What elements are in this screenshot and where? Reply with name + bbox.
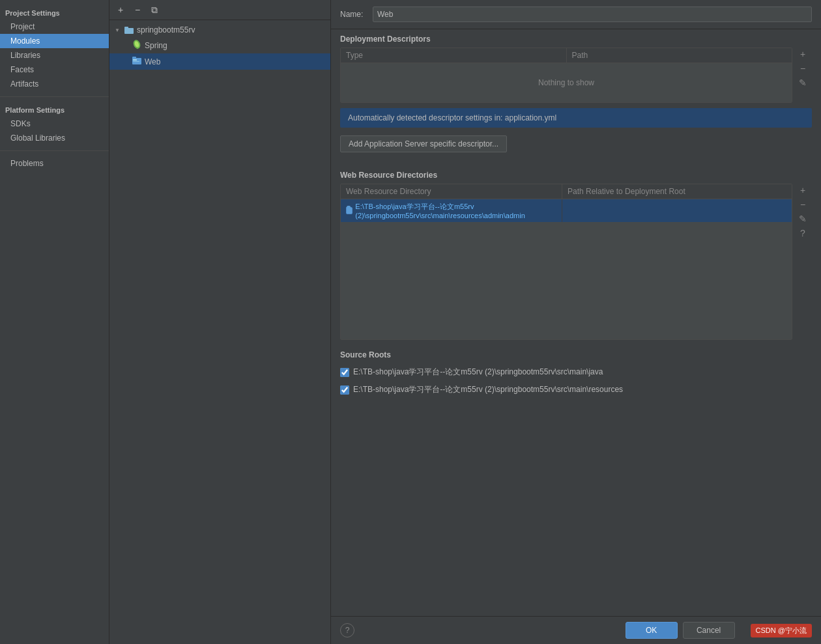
copy-module-button[interactable]: ⧉ xyxy=(147,3,162,17)
tree-label-web: Web xyxy=(145,57,160,66)
add-app-server-button[interactable]: Add Application Server specific descript… xyxy=(340,135,507,152)
svg-rect-7 xyxy=(133,59,137,61)
tree-item-spring[interactable]: Spring xyxy=(109,37,330,53)
wr-col-dir: Web Resource Directory xyxy=(341,184,562,199)
web-resource-title: Web Resource Directories xyxy=(331,165,821,184)
dd-col-type: Type xyxy=(341,48,567,63)
wr-table-body: E:\TB-shop\java学习平台--论文m55rv (2)\springb… xyxy=(341,199,792,339)
ok-button[interactable]: OK xyxy=(626,622,678,639)
wr-path-text: E:\TB-shop\java学习平台--论文m55rv (2)\springb… xyxy=(355,202,556,219)
tree-item-web[interactable]: Web xyxy=(109,53,330,70)
source-root-item-1: E:\TB-shop\java学习平台--论文m55rv (2)\springb… xyxy=(331,381,821,399)
dd-col-path: Path xyxy=(567,48,792,63)
add-module-button[interactable]: + xyxy=(113,3,128,17)
source-root-item-0: E:\TB-shop\java学习平台--论文m55rv (2)\springb… xyxy=(331,363,821,381)
source-roots-section: Source Roots E:\TB-shop\java学习平台--论文m55r… xyxy=(331,345,821,399)
project-settings-label: Project Settings xyxy=(0,5,109,20)
content-inner: Deployment Descriptors Type Path Nothing… xyxy=(331,29,821,404)
sidebar-divider2 xyxy=(0,150,109,151)
help-button[interactable]: ? xyxy=(340,623,354,637)
nothing-to-show: Nothing to show xyxy=(538,78,594,87)
name-label: Name: xyxy=(340,10,366,19)
wr-table-header: Web Resource Directory Path Relative to … xyxy=(341,184,792,199)
sidebar: Project Settings Project Modules Librari… xyxy=(0,0,109,644)
tree-label-spring: Spring xyxy=(145,41,167,50)
wr-remove-button[interactable]: − xyxy=(796,198,809,211)
dd-add-button[interactable]: + xyxy=(796,48,809,61)
svg-rect-1 xyxy=(124,27,128,29)
dd-remove-button[interactable]: − xyxy=(796,62,809,75)
dd-table-body: Nothing to show xyxy=(341,63,792,102)
csdn-badge: CSDN @宁小流 xyxy=(751,624,812,637)
svg-rect-8 xyxy=(133,61,139,62)
dd-right-buttons: + − ✎ xyxy=(794,48,812,89)
web-folder-icon xyxy=(346,207,353,214)
wr-add-button[interactable]: + xyxy=(796,184,809,197)
wr-table-row[interactable]: E:\TB-shop\java学习平台--论文m55rv (2)\springb… xyxy=(341,199,792,222)
source-root-path-0: E:\TB-shop\java学习平台--论文m55rv (2)\springb… xyxy=(353,367,603,378)
wr-col-path: Path Relative to Deployment Root xyxy=(562,184,792,199)
svg-rect-6 xyxy=(132,57,136,59)
svg-line-4 xyxy=(137,47,137,49)
folder-icon xyxy=(124,25,134,35)
sidebar-item-sdks[interactable]: SDKs xyxy=(0,117,109,131)
svg-rect-0 xyxy=(124,28,134,34)
dd-edit-button[interactable]: ✎ xyxy=(796,76,809,89)
tree-label-springbootm55rv: springbootm55rv xyxy=(137,25,195,35)
web-icon xyxy=(132,55,142,68)
bottom-bar: ? OK Cancel CSDN @宁小流 xyxy=(331,616,821,644)
sidebar-divider xyxy=(0,96,109,97)
wr-edit-button[interactable]: ✎ xyxy=(796,212,809,225)
web-resource-section: Web Resource Directories Web Resource Di… xyxy=(331,165,821,340)
spring-icon xyxy=(132,39,142,51)
auto-detect-banner: Automatically detected descriptor settin… xyxy=(340,108,812,128)
wr-help-button[interactable]: ? xyxy=(796,227,809,240)
source-roots-title: Source Roots xyxy=(331,345,821,363)
tree-content: ▼ springbootm55rv xyxy=(109,20,330,644)
wr-cell-dir: E:\TB-shop\java学习平台--论文m55rv (2)\springb… xyxy=(341,199,562,222)
sidebar-item-global-libraries[interactable]: Global Libraries xyxy=(0,131,109,145)
web-resource-table: Web Resource Directory Path Relative to … xyxy=(340,184,792,340)
sidebar-item-artifacts[interactable]: Artifacts xyxy=(0,77,109,91)
wr-cell-deployment-path xyxy=(562,208,792,214)
name-row: Name: xyxy=(331,0,821,29)
sidebar-item-libraries[interactable]: Libraries xyxy=(0,48,109,63)
platform-settings-label: Platform Settings xyxy=(0,102,109,117)
sidebar-item-project[interactable]: Project xyxy=(0,20,109,34)
tree-toolbar: + − ⧉ xyxy=(109,0,330,20)
module-tree: + − ⧉ ▼ springbootm55rv xyxy=(109,0,331,644)
content-area: Name: Deployment Descriptors Type Path N… xyxy=(331,0,821,644)
dd-table-header: Type Path xyxy=(341,48,792,63)
deployment-descriptors-title: Deployment Descriptors xyxy=(331,29,821,48)
deployment-descriptors-table: Type Path Nothing to show xyxy=(340,48,792,103)
source-root-path-1: E:\TB-shop\java学习平台--论文m55rv (2)\springb… xyxy=(353,384,623,395)
tree-item-springbootm55rv[interactable]: ▼ springbootm55rv xyxy=(109,23,330,37)
source-root-checkbox-0[interactable] xyxy=(340,368,349,377)
sidebar-item-problems[interactable]: Problems xyxy=(0,156,109,171)
tree-arrow: ▼ xyxy=(115,27,121,33)
wr-right-buttons: + − ✎ ? xyxy=(794,184,812,240)
cancel-button[interactable]: Cancel xyxy=(683,622,735,639)
scroll-container: Deployment Descriptors Type Path Nothing… xyxy=(331,29,821,616)
remove-module-button[interactable]: − xyxy=(130,3,145,17)
source-root-checkbox-1[interactable] xyxy=(340,385,349,395)
sidebar-item-modules[interactable]: Modules xyxy=(0,34,109,48)
name-input[interactable] xyxy=(373,7,812,22)
wr-table-empty xyxy=(341,222,792,339)
sidebar-item-facets[interactable]: Facets xyxy=(0,63,109,77)
